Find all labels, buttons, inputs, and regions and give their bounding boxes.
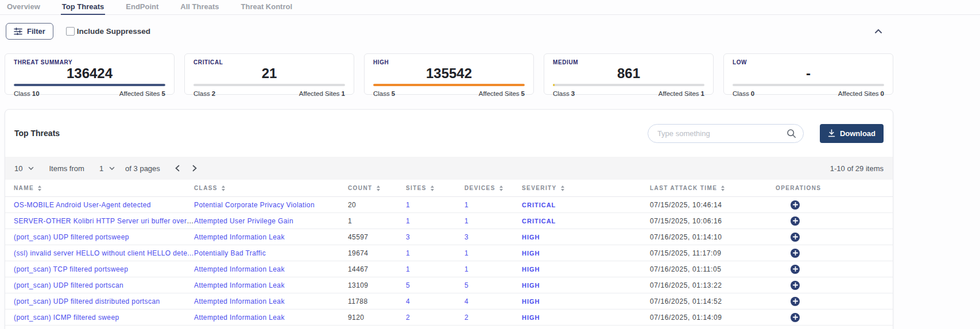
devices-link[interactable]: 1	[464, 201, 468, 209]
threat-class-link[interactable]: Potentially Bad Traffic	[194, 249, 266, 257]
items-range-label: 1-10 of 29 items	[830, 164, 884, 173]
sort-icon[interactable]	[377, 185, 380, 191]
column-header[interactable]: SITES	[406, 185, 464, 191]
devices-link[interactable]: 5	[464, 281, 468, 289]
add-operation-button[interactable]	[791, 233, 800, 242]
nav-tab[interactable]: Overview	[6, 0, 41, 14]
sort-icon[interactable]	[38, 185, 41, 191]
add-operation-button[interactable]	[791, 249, 800, 258]
add-operation-button[interactable]	[791, 313, 800, 322]
column-header[interactable]: NAME	[14, 185, 194, 191]
prev-page-button[interactable]	[175, 165, 180, 172]
summary-card: LOW - Class0 Affected Sites0	[723, 53, 893, 95]
devices-link[interactable]: 2	[464, 313, 468, 322]
page-select[interactable]: 1	[99, 164, 115, 173]
card-value: -	[733, 66, 884, 81]
card-class-label: Class	[14, 90, 30, 97]
plus-icon	[793, 282, 798, 288]
severity-link[interactable]: HIGH	[522, 234, 540, 241]
column-header[interactable]: COUNT	[348, 185, 406, 191]
threat-name-link[interactable]: (port_scan) ICMP filtered sweep	[14, 313, 119, 322]
include-suppressed-checkbox[interactable]	[66, 27, 75, 36]
devices-link[interactable]: 3	[464, 233, 468, 241]
sort-icon[interactable]	[721, 185, 725, 191]
search-input[interactable]	[657, 129, 787, 138]
threat-name-link[interactable]: (ssl) invalid server HELLO without clien…	[14, 249, 193, 257]
column-header[interactable]: OPERATIONS	[776, 185, 884, 191]
severity-link[interactable]: HIGH	[522, 298, 540, 305]
filter-tune-icon	[14, 28, 22, 35]
threat-class-link[interactable]: Potential Corporate Privacy Violation	[194, 201, 315, 209]
include-suppressed-control[interactable]: Include Suppressed	[66, 27, 150, 36]
sites-link[interactable]: 1	[406, 265, 410, 273]
column-header[interactable]: DEVICES	[464, 185, 522, 191]
card-sites-label: Affected Sites	[659, 90, 699, 97]
card-class-label: Class	[373, 90, 390, 97]
threat-class-link[interactable]: Attempted Information Leak	[194, 233, 285, 241]
sort-icon[interactable]	[561, 185, 564, 191]
threat-name-link[interactable]: (port_scan) UDP filtered distributed por…	[14, 297, 160, 305]
sort-icon[interactable]	[499, 185, 503, 191]
severity-link[interactable]: HIGH	[522, 250, 540, 257]
threat-name-link[interactable]: (port_scan) TCP filtered portsweep	[14, 265, 128, 273]
severity-link[interactable]: CRITICAL	[522, 202, 556, 208]
last-attack-time-cell: 07/16/2025, 01:14:10	[650, 233, 776, 241]
add-operation-button[interactable]	[791, 281, 800, 290]
top-tab-bar: Overview Top Threats EndPoint All Threat…	[0, 0, 980, 15]
card-progress-fill	[373, 84, 525, 86]
column-header[interactable]: SEVERITY	[522, 185, 650, 191]
severity-link[interactable]: HIGH	[522, 314, 540, 321]
table-row: (ssl) invalid server HELLO without clien…	[5, 245, 893, 261]
next-page-button[interactable]	[192, 165, 197, 172]
page-size-select[interactable]: 10	[14, 164, 34, 173]
column-header-label: OPERATIONS	[776, 185, 821, 191]
threat-name-link[interactable]: SERVER-OTHER Kolibri HTTP Server uri buf…	[14, 217, 194, 225]
column-header[interactable]: CLASS	[194, 185, 348, 191]
severity-link[interactable]: HIGH	[522, 282, 540, 289]
threat-class-link[interactable]: Attempted User Privilege Gain	[194, 217, 293, 225]
card-value: 861	[553, 66, 704, 81]
filter-button[interactable]: Filter	[6, 23, 53, 40]
card-footer: Class0 Affected Sites0	[733, 90, 884, 97]
nav-tab[interactable]: All Threats	[179, 0, 220, 14]
sort-icon[interactable]	[222, 185, 225, 191]
card-sites-stat: Affected Sites1	[299, 90, 345, 97]
threat-name-link[interactable]: (port_scan) UDP filtered portscan	[14, 281, 123, 289]
sites-link[interactable]: 1	[406, 201, 410, 209]
column-header[interactable]: LAST ATTACK TIME	[650, 185, 776, 191]
devices-link[interactable]: 1	[464, 249, 468, 257]
sites-link[interactable]: 4	[406, 297, 410, 305]
collapse-section-button[interactable]	[874, 29, 882, 34]
add-operation-button[interactable]	[791, 297, 800, 306]
sites-link[interactable]: 1	[406, 217, 410, 225]
sites-link[interactable]: 5	[406, 281, 410, 289]
sort-icon[interactable]	[431, 185, 434, 191]
threat-class-link[interactable]: Attempted Information Leak	[194, 281, 285, 289]
severity-link[interactable]: CRITICAL	[522, 218, 556, 225]
severity-link[interactable]: HIGH	[522, 266, 540, 273]
page-value: 1	[99, 164, 103, 173]
search-box[interactable]	[648, 124, 804, 143]
devices-link[interactable]: 4	[464, 297, 468, 305]
download-button[interactable]: Download	[820, 124, 884, 143]
devices-link[interactable]: 1	[464, 217, 468, 225]
threat-name-link[interactable]: OS-MOBILE Android User-Agent detected	[14, 201, 151, 209]
summary-card: HIGH 135542 Class5 Affected Sites5	[364, 53, 534, 95]
devices-link[interactable]: 1	[464, 265, 468, 273]
add-operation-button[interactable]	[791, 200, 800, 210]
nav-tab[interactable]: EndPoint	[125, 0, 160, 14]
nav-tab[interactable]: Threat Kontrol	[240, 0, 294, 14]
card-sites-value: 1	[342, 90, 345, 97]
threat-class-link[interactable]: Attempted Information Leak	[194, 313, 285, 322]
sites-link[interactable]: 1	[406, 249, 410, 257]
add-operation-button[interactable]	[791, 216, 800, 226]
sites-link[interactable]: 3	[406, 233, 410, 241]
nav-tab[interactable]: Top Threats	[61, 0, 105, 14]
threat-class-link[interactable]: Attempted Information Leak	[194, 265, 285, 273]
add-operation-button[interactable]	[791, 265, 800, 274]
search-icon[interactable]	[787, 129, 796, 138]
sites-link[interactable]: 2	[406, 313, 410, 322]
column-header-label: DEVICES	[464, 185, 495, 191]
threat-class-link[interactable]: Attempted Information Leak	[194, 297, 285, 305]
threat-name-link[interactable]: (port_scan) UDP filtered portsweep	[14, 233, 129, 241]
